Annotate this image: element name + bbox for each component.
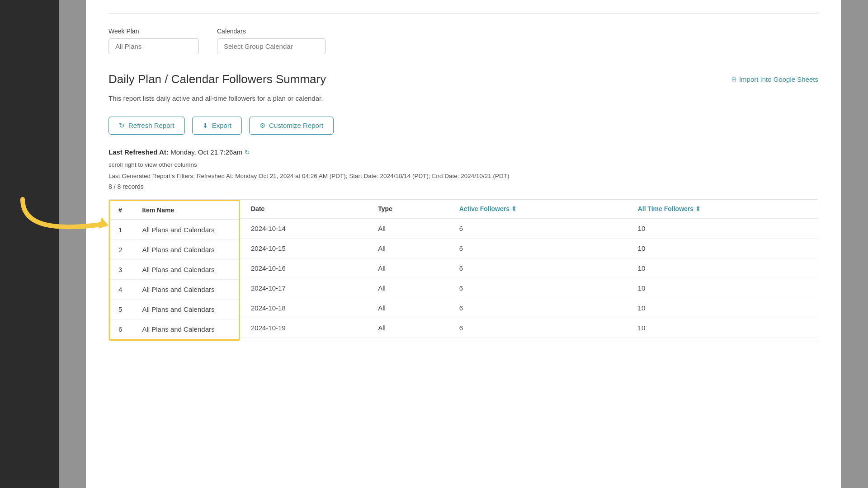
cell-date: 2024-10-16	[240, 258, 367, 278]
cell-type: All	[367, 258, 448, 278]
page-wrapper: Week Plan Calendars Daily Plan / Calenda…	[0, 0, 868, 488]
cell-item-name: All Plans and Calendars	[134, 319, 239, 339]
cell-type: All	[367, 218, 448, 239]
cell-item-name: All Plans and Calendars	[134, 239, 239, 259]
report-description: This report lists daily active and all-t…	[108, 94, 818, 104]
full-table-body: 2024-10-14All6102024-10-15All6102024-10-…	[240, 218, 818, 338]
calendars-label: Calendars	[217, 28, 326, 35]
filter-row: Week Plan Calendars	[108, 28, 818, 54]
remaining-columns: Date Type Active Followers ⇕ All Time Fo…	[240, 200, 818, 341]
refresh-icon: ↻	[119, 122, 125, 130]
customize-report-button[interactable]: ⚙ Customize Report	[249, 117, 334, 135]
col-date: Date	[240, 200, 367, 218]
cell-date: 2024-10-15	[240, 238, 367, 258]
cell-active_followers: 6	[448, 258, 627, 278]
table-row: 2024-10-17All610	[240, 278, 818, 298]
col-num: #	[110, 201, 134, 220]
cell-item-name: All Plans and Calendars	[134, 259, 239, 279]
import-google-sheets-link[interactable]: ⊞ Import Into Google Sheets	[731, 75, 818, 83]
table-header-row: # Item Name	[110, 201, 239, 220]
cell-active_followers: 6	[448, 218, 627, 239]
cell-type: All	[367, 298, 448, 318]
content-area: Week Plan Calendars Daily Plan / Calenda…	[86, 0, 841, 488]
cell-item-name: All Plans and Calendars	[134, 279, 239, 299]
cell-type: All	[367, 238, 448, 258]
table-row: 5All Plans and Calendars	[110, 299, 239, 319]
refresh-at-label: Last Refreshed At:	[108, 148, 169, 156]
week-plan-input[interactable]	[108, 38, 199, 54]
table-outer: # Item Name 1All Plans and Calendars2All…	[108, 199, 818, 341]
col-all-time-followers[interactable]: All Time Followers ⇕	[627, 200, 818, 218]
cell-all_time_followers: 10	[627, 298, 818, 318]
week-plan-label: Week Plan	[108, 28, 199, 35]
refresh-info: Last Refreshed At: Monday, Oct 21 7:26am…	[108, 148, 818, 156]
refresh-inline-icon[interactable]: ↻	[245, 149, 250, 156]
table-row: 2024-10-19All610	[240, 318, 818, 338]
cell-all_time_followers: 10	[627, 278, 818, 298]
cell-active_followers: 6	[448, 318, 627, 338]
cell-num: 5	[110, 299, 134, 319]
export-button[interactable]: ⬇ Export	[192, 117, 242, 135]
calendars-filter-group: Calendars	[217, 28, 326, 54]
col-item-name: Item Name	[134, 201, 239, 220]
full-table: Date Type Active Followers ⇕ All Time Fo…	[240, 200, 818, 338]
table-row: 2024-10-14All610	[240, 218, 818, 239]
col-active-followers[interactable]: Active Followers ⇕	[448, 200, 627, 218]
filter-details: Last Generated Report's Filters: Refresh…	[108, 171, 818, 181]
cell-date: 2024-10-18	[240, 298, 367, 318]
top-divider	[108, 14, 818, 14]
cell-item-name: All Plans and Calendars	[134, 220, 239, 240]
table-row: 1All Plans and Calendars	[110, 220, 239, 240]
week-plan-filter-group: Week Plan	[108, 28, 199, 54]
cell-num: 4	[110, 279, 134, 299]
table-row: 2All Plans and Calendars	[110, 239, 239, 259]
cell-date: 2024-10-19	[240, 318, 367, 338]
left-sidebar	[0, 0, 59, 488]
grid-icon: ⊞	[731, 76, 736, 83]
gear-icon: ⚙	[259, 122, 265, 130]
cell-num: 3	[110, 259, 134, 279]
item-table: # Item Name 1All Plans and Calendars2All…	[110, 201, 239, 339]
table-row: 6All Plans and Calendars	[110, 319, 239, 339]
records-count: 8 / 8 records	[108, 183, 818, 190]
table-row: 3All Plans and Calendars	[110, 259, 239, 279]
cell-type: All	[367, 318, 448, 338]
import-label: Import Into Google Sheets	[739, 75, 818, 83]
main-content: Week Plan Calendars Daily Plan / Calenda…	[59, 0, 868, 488]
export-label: Export	[212, 122, 231, 129]
section-header: Daily Plan / Calendar Followers Summary …	[108, 72, 818, 86]
section-title: Daily Plan / Calendar Followers Summary	[108, 72, 326, 86]
cell-num: 1	[110, 220, 134, 240]
cell-all_time_followers: 10	[627, 258, 818, 278]
cell-item-name: All Plans and Calendars	[134, 299, 239, 319]
customize-label: Customize Report	[269, 122, 323, 129]
highlighted-table-body: 1All Plans and Calendars2All Plans and C…	[110, 220, 239, 339]
export-icon: ⬇	[203, 122, 208, 130]
table-row: 2024-10-16All610	[240, 258, 818, 278]
cell-num: 2	[110, 239, 134, 259]
cell-num: 6	[110, 319, 134, 339]
button-row: ↻ Refresh Report ⬇ Export ⚙ Customize Re…	[108, 117, 818, 135]
cell-type: All	[367, 278, 448, 298]
svg-marker-0	[99, 217, 108, 229]
refresh-label: Refresh Report	[128, 122, 175, 129]
full-table-header: Date Type Active Followers ⇕ All Time Fo…	[240, 200, 818, 218]
cell-all_time_followers: 10	[627, 238, 818, 258]
cell-date: 2024-10-17	[240, 278, 367, 298]
highlighted-columns: # Item Name 1All Plans and Calendars2All…	[109, 200, 240, 341]
cell-active_followers: 6	[448, 298, 627, 318]
cell-date: 2024-10-14	[240, 218, 367, 239]
cell-active_followers: 6	[448, 278, 627, 298]
table-row: 2024-10-18All610	[240, 298, 818, 318]
cell-all_time_followers: 10	[627, 218, 818, 239]
table-row: 2024-10-15All610	[240, 238, 818, 258]
refresh-report-button[interactable]: ↻ Refresh Report	[108, 117, 185, 135]
cell-all_time_followers: 10	[627, 318, 818, 338]
col-type: Type	[367, 200, 448, 218]
cell-active_followers: 6	[448, 238, 627, 258]
table-section: # Item Name 1All Plans and Calendars2All…	[108, 199, 818, 341]
calendars-input[interactable]	[217, 38, 326, 54]
table-row: 4All Plans and Calendars	[110, 279, 239, 299]
refresh-at-value: Monday, Oct 21 7:26am	[170, 148, 242, 156]
scroll-hint: scroll right to view other columns	[108, 160, 818, 170]
